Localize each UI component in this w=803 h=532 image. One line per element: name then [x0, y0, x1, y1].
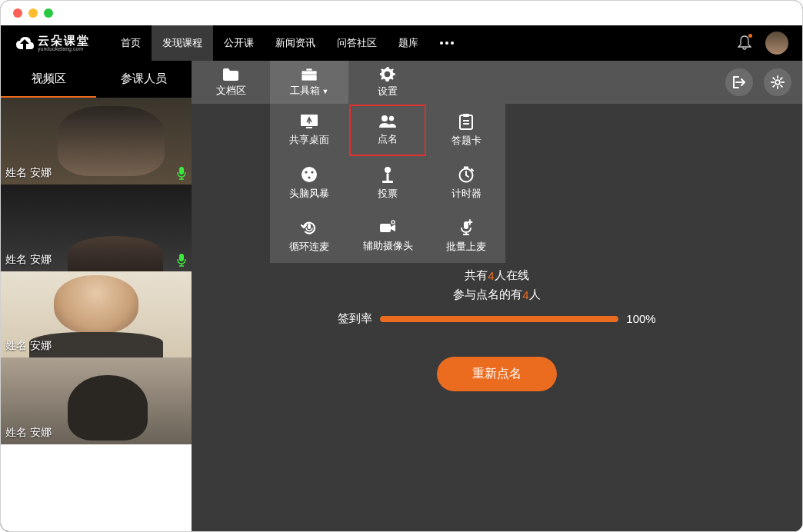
people-icon	[378, 115, 397, 128]
brand-name: 云朵课堂	[38, 35, 90, 46]
gear-icon	[771, 75, 785, 89]
nav-qa[interactable]: 问答社区	[326, 25, 388, 61]
tool-label: 文档区	[216, 84, 246, 98]
vote-icon	[381, 166, 395, 183]
video-tile[interactable]: 姓名 安娜	[1, 271, 192, 358]
brand-logo[interactable]: 云朵课堂 yunduoketang.com	[15, 35, 90, 52]
svg-point-14	[305, 171, 307, 173]
video-name-label: 姓名 安娜	[5, 166, 52, 180]
briefcase-icon	[301, 68, 318, 81]
cycle-mic-icon	[301, 219, 318, 236]
nav-items: 首页 发现课程 公开课 新闻资讯 问答社区 题库	[110, 25, 465, 61]
svg-rect-19	[382, 181, 393, 183]
progress-bar	[380, 316, 618, 322]
svg-point-2	[451, 42, 454, 45]
tool-timer[interactable]: 计时器	[427, 157, 505, 210]
tab-participants[interactable]: 参课人员	[96, 61, 192, 98]
svg-rect-22	[308, 224, 311, 229]
minimize-window-button[interactable]	[28, 8, 38, 18]
nav-discover[interactable]: 发现课程	[152, 25, 213, 61]
tool-roll-call[interactable]: 点名	[348, 104, 427, 157]
video-name-label: 姓名 安娜	[5, 426, 52, 440]
svg-rect-11	[460, 115, 472, 129]
top-nav: 云朵课堂 yunduoketang.com 首页 发现课程 公开课 新闻资讯 问…	[1, 25, 802, 61]
nav-home[interactable]: 首页	[110, 25, 152, 61]
tool-batch-mic[interactable]: 批量上麦	[427, 210, 505, 263]
video-tile[interactable]: 姓名 安娜	[1, 98, 192, 185]
sidebar: 视频区 参课人员 姓名 安娜 姓名 安娜	[1, 61, 192, 531]
tool-label: 投票	[378, 187, 398, 201]
svg-point-1	[445, 42, 448, 45]
tool-label: 设置	[378, 85, 398, 98]
svg-rect-3	[179, 167, 184, 175]
tool-label: 批量上麦	[446, 240, 486, 254]
tab-settings[interactable]: 设置	[348, 61, 427, 104]
content-toolbar: 文档区 工具箱▼ 设置	[192, 61, 802, 104]
tool-label: 计时器	[451, 187, 481, 201]
toolbox-dropdown: 共享桌面 点名 答题卡 头脑风暴	[270, 104, 505, 263]
tab-video-area[interactable]: 视频区	[1, 61, 96, 98]
tool-label: 共享桌面	[289, 133, 329, 147]
tool-label: 头脑风暴	[289, 187, 329, 201]
tool-label: 点名	[378, 132, 398, 146]
svg-rect-8	[306, 127, 312, 128]
tool-share-screen[interactable]: 共享桌面	[270, 104, 348, 157]
exit-button[interactable]	[725, 68, 753, 96]
close-window-button[interactable]	[13, 8, 22, 18]
tool-vote[interactable]: 投票	[348, 157, 427, 210]
svg-rect-4	[179, 254, 184, 261]
svg-point-13	[302, 167, 317, 182]
settings-button[interactable]	[764, 68, 791, 96]
svg-rect-23	[380, 224, 391, 232]
tool-answer-card[interactable]: 答题卡	[427, 104, 505, 157]
exit-icon	[732, 76, 746, 88]
online-count-line: 共有4人在线	[465, 268, 528, 283]
video-name-label: 姓名 安娜	[5, 253, 52, 267]
restart-rollcall-button[interactable]: 重新点名	[437, 357, 557, 391]
svg-point-6	[775, 80, 780, 85]
tool-label: 循环连麦	[289, 240, 329, 254]
rate-label: 签到率	[338, 311, 372, 326]
svg-rect-21	[464, 167, 468, 169]
video-name-label: 姓名 安娜	[5, 339, 52, 353]
gear-icon	[380, 67, 395, 82]
nav-bank[interactable]: 题库	[388, 25, 429, 61]
tool-cycle-mic[interactable]: 循环连麦	[270, 210, 348, 263]
rollcall-stats: 共有4人在线 参与点名的有4人 签到率 100% 重新点名	[192, 268, 802, 391]
notification-dot	[748, 34, 752, 38]
notifications-button[interactable]	[738, 35, 751, 52]
participated-count-line: 参与点名的有4人	[453, 288, 540, 302]
video-list: 姓名 安娜 姓名 安娜 姓名 安娜	[1, 98, 192, 531]
window-titlebar	[1, 1, 802, 25]
tool-brainstorm[interactable]: 头脑风暴	[270, 157, 348, 210]
tab-documents[interactable]: 文档区	[192, 61, 270, 104]
share-screen-icon	[300, 114, 318, 129]
tab-toolbox[interactable]: 工具箱▼	[270, 61, 348, 104]
mic-icon	[176, 253, 187, 267]
svg-point-17	[385, 167, 391, 173]
nav-news[interactable]: 新闻资讯	[265, 25, 326, 61]
maximize-window-button[interactable]	[44, 8, 53, 18]
progress-fill	[380, 316, 618, 322]
nav-more[interactable]	[429, 25, 465, 61]
content-area: 文档区 工具箱▼ 设置	[192, 61, 802, 531]
batch-mic-icon	[458, 219, 474, 236]
svg-point-16	[308, 176, 310, 178]
tool-label: 辅助摄像头	[363, 239, 413, 253]
svg-point-5	[385, 72, 390, 77]
mic-icon	[176, 166, 187, 180]
timer-icon	[458, 166, 475, 183]
rate-value: 100%	[626, 312, 655, 325]
svg-point-9	[382, 115, 388, 121]
video-tile[interactable]: 姓名 安娜	[1, 185, 192, 271]
video-tile[interactable]	[1, 444, 192, 531]
svg-rect-12	[463, 114, 469, 117]
video-tile[interactable]: 姓名 安娜	[1, 357, 192, 444]
nav-public[interactable]: 公开课	[213, 25, 265, 61]
tool-aux-camera[interactable]: 辅助摄像头	[348, 210, 427, 263]
answer-card-icon	[458, 113, 474, 130]
brand-sub: yunduoketang.com	[38, 46, 90, 52]
svg-point-10	[389, 116, 394, 121]
svg-point-0	[440, 42, 443, 45]
user-avatar[interactable]	[765, 32, 788, 55]
